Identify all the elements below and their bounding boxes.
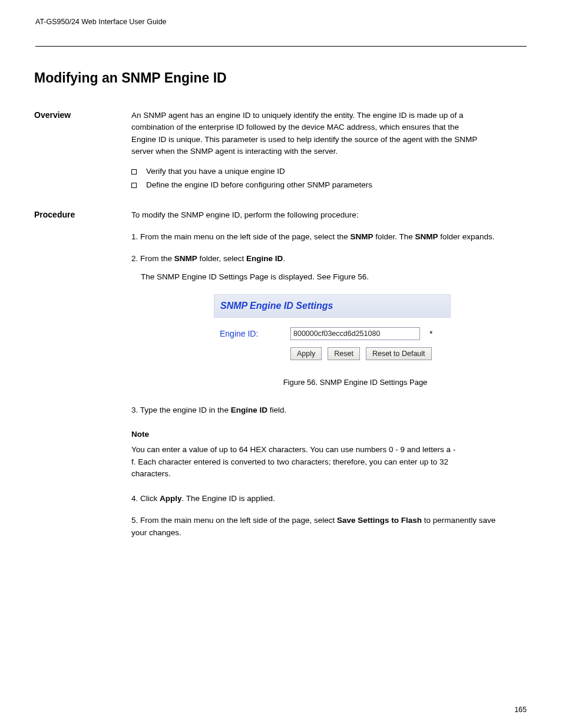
step-text: Click Apply. The Engine ID is applied.	[140, 494, 275, 503]
procedure-label: Procedure	[34, 209, 131, 549]
engine-id-label: Engine ID:	[220, 328, 282, 341]
step-row: 3. Type the engine ID in the Engine ID f…	[131, 404, 497, 417]
doc-title: AT-GS950/24 Web Interface User Guide	[35, 18, 167, 46]
step-row: 1. From the main menu on the left side o…	[131, 231, 497, 243]
step-text: Type the engine ID in the Engine ID fiel…	[140, 406, 286, 414]
step-sub-text: The SNMP Engine ID Settings Page is disp…	[141, 271, 497, 284]
step-row: 2. From the SNMP folder, select Engine I…	[131, 253, 497, 284]
bullet-icon	[131, 169, 137, 174]
step-text: From the main menu on the left side of t…	[131, 516, 495, 537]
engine-id-input[interactable]	[290, 327, 420, 340]
apply-button[interactable]: Apply	[290, 347, 322, 360]
step-number: 5.	[131, 516, 138, 525]
reset-default-button[interactable]: Reset to Default	[366, 347, 432, 360]
bullet-text: Verify that you have a unique engine ID	[146, 167, 285, 176]
overview-bullet: Define the engine ID before configuring …	[131, 180, 485, 189]
step-number: 1.	[131, 232, 138, 241]
bullet-icon	[131, 183, 137, 188]
step-number: 3.	[131, 406, 138, 414]
note-text: You can enter a value of up to 64 HEX ch…	[131, 444, 461, 480]
page-number: 165	[514, 706, 527, 714]
step-row: 5. From the main menu on the left side o…	[131, 515, 497, 539]
snmp-settings-panel: SNMP Engine ID Settings Engine ID: * App…	[214, 294, 451, 368]
figure-caption: Figure 56. SNMP Engine ID Settings Page	[214, 377, 497, 388]
overview-bullet: Verify that you have a unique engine ID	[131, 167, 485, 176]
step-text: From the main menu on the left side of t…	[140, 232, 495, 241]
page-title: Modifying an SNMP Engine ID	[34, 70, 527, 86]
bullet-text: Define the engine ID before configuring …	[146, 180, 372, 189]
note-label: Note	[131, 429, 161, 441]
overview-label: Overview	[34, 110, 131, 202]
procedure-intro: To modify the SNMP engine ID, perform th…	[131, 209, 497, 222]
step-row: 4. Click Apply. The Engine ID is applied…	[131, 493, 497, 505]
step-number: 2.	[131, 254, 138, 263]
reset-button[interactable]: Reset	[328, 347, 360, 360]
panel-title: SNMP Engine ID Settings	[214, 294, 451, 318]
step-number: 4.	[131, 494, 138, 503]
overview-text: An SNMP agent has an engine ID to unique…	[131, 110, 485, 157]
step-text: From the SNMP folder, select Engine ID.	[140, 254, 285, 263]
required-asterisk: *	[429, 328, 432, 341]
